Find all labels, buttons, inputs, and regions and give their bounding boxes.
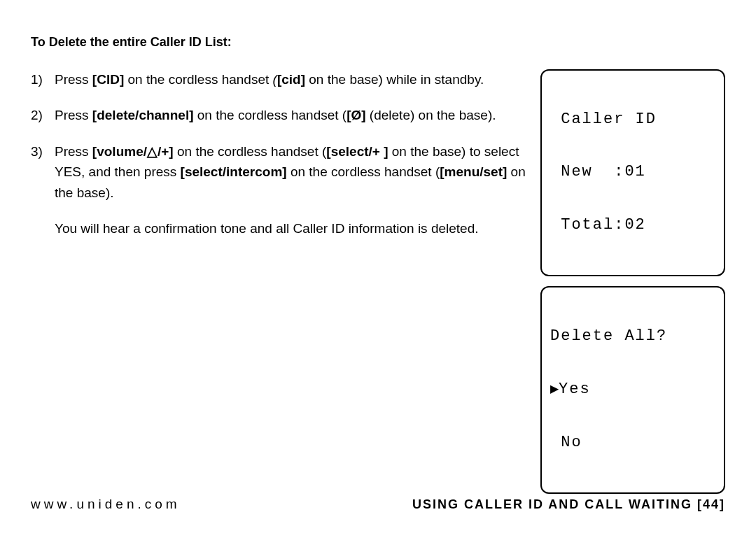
instruction-list: 1) Press [CID] on the cordless handset (…	[31, 69, 526, 255]
text: on the cordless handset (	[287, 164, 440, 179]
text: on the cordless handset (	[174, 144, 327, 159]
text: on the cordless handset (	[194, 108, 347, 122]
lcd-line: ▶Yes	[550, 381, 715, 398]
step-body: Press [volume/△/+] on the cordless hands…	[55, 141, 526, 239]
text: on the cordless handset	[124, 72, 272, 87]
lcd-screen-1: Caller ID New :01 Total:02	[540, 69, 725, 276]
lcd-line: New :01	[550, 163, 715, 180]
pointer-icon: ▶	[550, 383, 559, 395]
step-number: 1)	[31, 69, 48, 90]
text: on the base) while in standby.	[305, 72, 484, 87]
step-body: Press [CID] on the cordless handset ([ci…	[55, 69, 526, 90]
button-ref: [select/intercom]	[181, 164, 287, 179]
step-3: 3) Press [volume/△/+] on the cordless ha…	[31, 141, 526, 239]
content-row: 1) Press [CID] on the cordless handset (…	[31, 69, 725, 533]
footer-section-title: USING CALLER ID AND CALL WAITING [44]	[412, 497, 725, 512]
null-icon: Ø	[351, 108, 361, 122]
lcd-line: Delete All?	[550, 327, 715, 345]
footer-url: www.uniden.com	[31, 497, 181, 512]
lcd-line: No	[550, 434, 715, 451]
button-ref: [select/+ ]	[326, 144, 388, 159]
button-ref: [delete/channel]	[92, 108, 194, 122]
step-follow-text: You will hear a confirmation tone and al…	[55, 218, 526, 239]
step-2: 2) Press [delete/channel] on the cordles…	[31, 105, 526, 125]
text: (delete) on the base).	[366, 108, 496, 122]
lcd-line: Caller ID	[550, 111, 715, 128]
button-ref: [CID]	[92, 72, 124, 87]
section-heading: To Delete the entire Caller ID List:	[31, 35, 725, 50]
bell-icon: △	[147, 144, 158, 159]
button-ref-open: [volume/	[92, 144, 147, 159]
button-ref: [cid]	[277, 72, 305, 87]
manual-page: To Delete the entire Caller ID List: 1) …	[0, 0, 756, 533]
lcd-screens: Caller ID New :01 Total:02 Delete All? ▶…	[540, 69, 725, 533]
lcd-line: Total:02	[550, 216, 715, 234]
button-ref: [menu/set]	[440, 164, 507, 179]
text: Press	[55, 144, 92, 159]
button-ref-close: /+]	[158, 144, 174, 159]
lcd-screen-2: Delete All? ▶Yes No	[540, 286, 725, 493]
page-footer: www.uniden.com USING CALLER ID AND CALL …	[31, 497, 725, 512]
step-body: Press [delete/channel] on the cordless h…	[55, 105, 526, 125]
text: Press	[55, 72, 92, 87]
text: Press	[55, 108, 92, 122]
lcd-text: Yes	[559, 381, 591, 398]
step-number: 2)	[31, 105, 48, 125]
step-1: 1) Press [CID] on the cordless handset (…	[31, 69, 526, 90]
step-number: 3)	[31, 141, 48, 239]
